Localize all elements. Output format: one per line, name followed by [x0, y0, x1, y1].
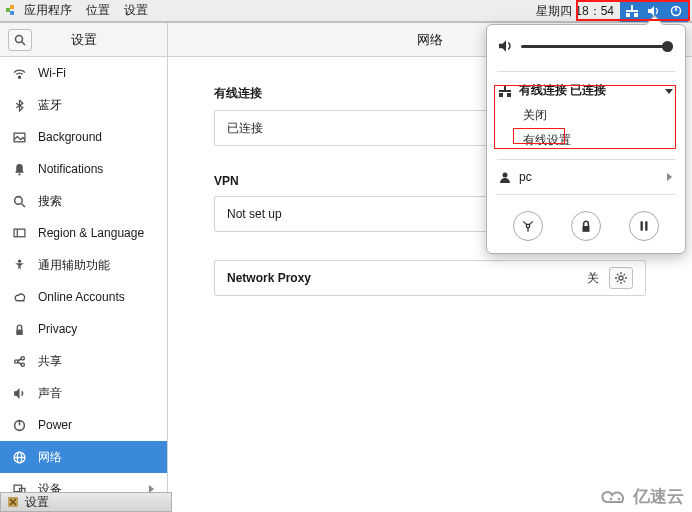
devices-icon	[12, 483, 26, 493]
chevron-right-icon	[665, 173, 673, 181]
svg-line-43	[624, 274, 625, 275]
sidebar-list: Wi-Fi蓝牙BackgroundNotifications搜索Region &…	[0, 57, 167, 492]
bluetooth-icon	[12, 99, 26, 112]
accessibility-icon	[12, 259, 26, 272]
svg-point-35	[619, 276, 623, 280]
sidebar-item-label: Notifications	[38, 162, 103, 176]
svg-rect-20	[16, 329, 23, 334]
proxy-state: 关	[587, 270, 599, 287]
svg-point-23	[21, 363, 24, 366]
sidebar-item-label: Privacy	[38, 322, 77, 336]
svg-line-25	[17, 362, 21, 364]
svg-rect-46	[499, 93, 503, 97]
bell-icon	[12, 163, 26, 176]
popup-wired-row[interactable]: 有线连接 已连接	[497, 78, 675, 103]
popup-wired-settings[interactable]: 有线设置	[497, 128, 675, 153]
sidebar-item-bluetooth[interactable]: 蓝牙	[0, 89, 167, 121]
svg-line-42	[617, 281, 618, 282]
sidebar-item-accessibility[interactable]: 通用辅助功能	[0, 249, 167, 281]
svg-point-50	[503, 173, 508, 178]
svg-point-15	[14, 196, 22, 204]
sidebar-item-network[interactable]: 网络	[0, 441, 167, 473]
svg-point-62	[610, 497, 613, 500]
cloud-icon	[12, 291, 26, 304]
sidebar-item-label: 共享	[38, 353, 62, 370]
sidebar-item-background[interactable]: Background	[0, 121, 167, 153]
svg-point-21	[14, 359, 17, 362]
network-tray-icon[interactable]	[626, 5, 638, 17]
svg-rect-58	[645, 221, 647, 230]
svg-rect-1	[10, 5, 14, 9]
top-menu-bar: 应用程序 位置 设置 星期四 18：54	[0, 0, 692, 22]
svg-point-12	[18, 76, 20, 78]
taskbar-label: 设置	[25, 494, 49, 511]
popup-pause-button[interactable]	[629, 211, 659, 241]
system-tray-popup: 有线连接 已连接 关闭 有线设置 pc	[486, 24, 686, 254]
sidebar-item-sound[interactable]: 声音	[0, 377, 167, 409]
menu-applications[interactable]: 应用程序	[24, 2, 72, 19]
search-button[interactable]	[8, 29, 32, 51]
sidebar-item-label: Wi-Fi	[38, 66, 66, 80]
power-tray-icon[interactable]	[670, 5, 682, 17]
menu-places[interactable]: 位置	[86, 2, 110, 19]
sound-icon	[12, 387, 26, 400]
svg-rect-17	[14, 229, 25, 237]
svg-line-40	[617, 274, 618, 275]
sidebar-item-power[interactable]: Power	[0, 409, 167, 441]
taskbar-entry[interactable]: 设置	[0, 492, 172, 512]
distro-logo-icon	[6, 5, 18, 17]
sidebar-item-devices[interactable]: 设备	[0, 473, 167, 492]
clock[interactable]: 星期四 18：54	[536, 3, 614, 20]
sidebar-item-bell[interactable]: Notifications	[0, 153, 167, 185]
svg-line-16	[21, 203, 24, 206]
sidebar-item-label: Power	[38, 418, 72, 432]
svg-marker-49	[665, 89, 673, 94]
watermark: 亿速云	[599, 485, 684, 508]
popup-user-row[interactable]: pc	[497, 166, 675, 188]
svg-line-24	[17, 359, 21, 361]
svg-rect-56	[583, 226, 590, 232]
sidebar-item-wifi[interactable]: Wi-Fi	[0, 57, 167, 89]
sidebar: 设置 Wi-Fi蓝牙BackgroundNotifications搜索Regio…	[0, 23, 168, 492]
popup-wired-label: 有线连接 已连接	[519, 82, 606, 99]
sidebar-item-share[interactable]: 共享	[0, 345, 167, 377]
search-icon	[12, 195, 26, 208]
svg-rect-0	[6, 8, 10, 12]
popup-wired-close[interactable]: 关闭	[497, 103, 675, 128]
svg-point-22	[21, 356, 24, 359]
sidebar-item-label: 网络	[38, 449, 62, 466]
sidebar-item-label: 设备	[38, 481, 62, 493]
sidebar-item-label: 蓝牙	[38, 97, 62, 114]
popup-user-label: pc	[519, 170, 532, 184]
region-icon	[12, 227, 26, 240]
chevron-down-icon	[665, 87, 673, 95]
svg-rect-5	[634, 13, 638, 17]
svg-line-52	[523, 221, 527, 225]
svg-line-53	[529, 221, 533, 225]
lock-icon	[12, 323, 26, 336]
svg-marker-7	[648, 6, 654, 16]
sidebar-item-lock[interactable]: Privacy	[0, 313, 167, 345]
proxy-settings-button[interactable]	[609, 267, 633, 289]
svg-point-19	[17, 259, 20, 262]
svg-marker-44	[499, 40, 506, 52]
proxy-label: Network Proxy	[227, 271, 587, 285]
share-icon	[12, 355, 26, 368]
user-icon	[499, 171, 511, 183]
sidebar-item-label: Region & Language	[38, 226, 144, 240]
volume-slider[interactable]	[521, 45, 673, 48]
svg-line-41	[624, 281, 625, 282]
proxy-card: Network Proxy 关	[214, 260, 646, 296]
sidebar-header: 设置	[0, 23, 167, 57]
menu-settings[interactable]: 设置	[124, 2, 148, 19]
sidebar-item-region[interactable]: Region & Language	[0, 217, 167, 249]
svg-line-11	[22, 42, 25, 45]
svg-rect-2	[10, 11, 14, 15]
background-icon	[12, 131, 26, 144]
svg-rect-57	[641, 221, 643, 230]
sidebar-item-search[interactable]: 搜索	[0, 185, 167, 217]
popup-lock-button[interactable]	[571, 211, 601, 241]
svg-rect-48	[499, 90, 511, 92]
popup-settings-button[interactable]	[513, 211, 543, 241]
sidebar-item-cloud[interactable]: Online Accounts	[0, 281, 167, 313]
